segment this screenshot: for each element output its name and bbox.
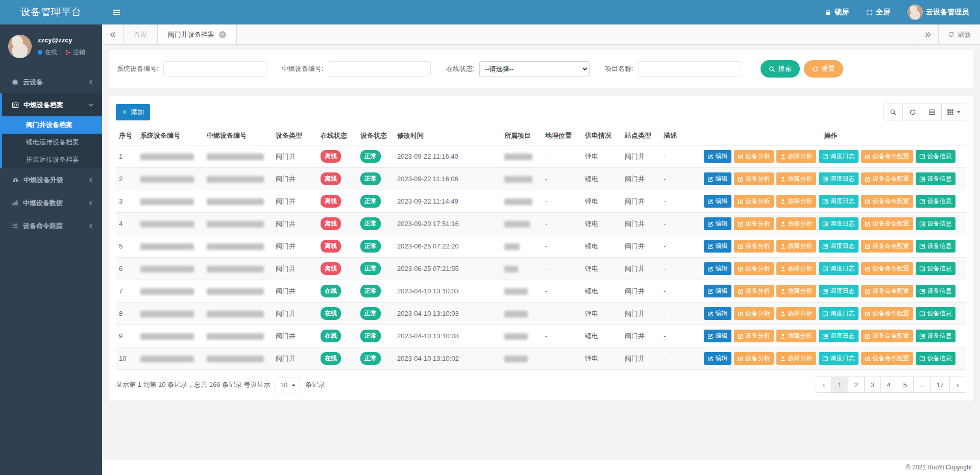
action-button-0[interactable]: 编辑 (704, 285, 731, 297)
prev-page-button[interactable]: ‹ (816, 377, 832, 393)
action-button-2[interactable]: 故障分析 (776, 150, 816, 163)
action-button-0[interactable]: 编辑 (704, 150, 731, 163)
sidebar-toggle-button[interactable] (112, 8, 120, 16)
action-button-1[interactable]: 设备分析 (734, 307, 774, 320)
page-button-2[interactable]: 2 (848, 377, 865, 393)
table-detail-view-button[interactable] (922, 104, 942, 120)
action-button-5[interactable]: 设备信息 (916, 240, 955, 253)
sidebar-item-zr-device-data[interactable]: 中燃设备数据 (0, 191, 102, 214)
action-button-3[interactable]: 调度日志 (819, 330, 859, 342)
action-button-3[interactable]: 调度日志 (819, 172, 859, 185)
action-button-3[interactable]: 调度日志 (819, 352, 859, 365)
action-button-0[interactable]: 编辑 (704, 262, 731, 275)
action-button-2[interactable]: 故障分析 (776, 307, 816, 320)
page-button-5[interactable]: 5 (897, 377, 914, 393)
tab-1[interactable]: 阀门井设备档案× (158, 24, 237, 44)
action-button-4[interactable]: 设备命令配置 (861, 307, 913, 320)
logout-link[interactable]: 注销 (65, 48, 85, 57)
online-status-select[interactable]: --请选择-- (479, 61, 590, 77)
action-button-0[interactable]: 编辑 (704, 195, 731, 208)
page-button-1[interactable]: 1 (832, 377, 848, 393)
search-button[interactable]: 搜索 (761, 60, 800, 78)
action-button-4[interactable]: 设备命令配置 (861, 330, 913, 342)
action-button-4[interactable]: 设备命令配置 (861, 150, 913, 163)
close-icon[interactable]: × (219, 31, 226, 38)
action-button-1[interactable]: 设备分析 (734, 217, 774, 230)
tab-0[interactable]: 首页 (124, 24, 158, 44)
page-button-17[interactable]: 17 (931, 377, 950, 393)
action-button-5[interactable]: 设备信息 (916, 150, 955, 163)
lock-screen-button[interactable]: 锁屏 (825, 8, 849, 17)
table-search-toggle-button[interactable] (884, 104, 903, 120)
action-button-2[interactable]: 故障分析 (776, 172, 816, 185)
project-name-input[interactable] (638, 61, 741, 77)
action-button-5[interactable]: 设备信息 (916, 330, 955, 342)
admin-user-menu[interactable]: 云设备管理员 (908, 5, 969, 20)
refresh-tab-button[interactable]: 刷新 (938, 24, 980, 44)
action-button-4[interactable]: 设备命令配置 (861, 262, 913, 275)
action-button-4[interactable]: 设备命令配置 (861, 172, 913, 185)
action-button-3[interactable]: 调度日志 (819, 240, 859, 253)
action-button-3[interactable]: 调度日志 (819, 195, 859, 208)
action-button-4[interactable]: 设备命令配置 (861, 195, 913, 208)
redacted-zr-device-no (207, 154, 264, 160)
action-button-4[interactable]: 设备命令配置 (861, 352, 913, 365)
action-button-1[interactable]: 设备分析 (734, 352, 774, 365)
fullscreen-button[interactable]: 全屏 (866, 8, 890, 17)
sidebar-subitem-zr-device-archive-0[interactable]: 阀门井设备档案 (2, 116, 102, 134)
next-page-button[interactable]: › (950, 377, 966, 393)
action-button-2[interactable]: 故障分析 (776, 285, 816, 297)
action-button-3[interactable]: 调度日志 (819, 307, 859, 320)
system-device-no-input[interactable] (163, 61, 266, 77)
table-columns-button[interactable] (942, 104, 966, 120)
action-button-3[interactable]: 调度日志 (819, 217, 859, 230)
action-button-4[interactable]: 设备命令配置 (861, 240, 913, 253)
action-button-0[interactable]: 编辑 (704, 307, 731, 320)
sidebar-item-zr-device-upgrade[interactable]: 中燃设备升级 (0, 168, 102, 191)
action-button-0[interactable]: 编辑 (704, 217, 731, 230)
action-button-3[interactable]: 调度日志 (819, 150, 859, 163)
action-button-5[interactable]: 设备信息 (916, 285, 955, 297)
action-button-5[interactable]: 设备信息 (916, 262, 955, 275)
action-button-1[interactable]: 设备分析 (734, 195, 774, 208)
tabs-scroll-right-button[interactable] (917, 24, 938, 44)
action-button-1[interactable]: 设备分析 (734, 172, 774, 185)
action-button-5[interactable]: 设备信息 (916, 172, 955, 185)
action-button-5[interactable]: 设备信息 (916, 217, 955, 230)
page-size-dropdown[interactable]: 10 (275, 378, 301, 392)
sidebar-item-device-command-track[interactable]: 设备命令跟踪 (0, 214, 102, 237)
sidebar-item-cloud-device[interactable]: 云设备 (0, 70, 102, 93)
action-button-2[interactable]: 故障分析 (776, 352, 816, 365)
action-button-0[interactable]: 编辑 (704, 172, 731, 185)
table-refresh-button[interactable] (903, 104, 922, 120)
action-button-2[interactable]: 故障分析 (776, 217, 816, 230)
action-button-4[interactable]: 设备命令配置 (861, 217, 913, 230)
page-button-3[interactable]: 3 (865, 377, 881, 393)
page-button-4[interactable]: 4 (881, 377, 897, 393)
action-button-5[interactable]: 设备信息 (916, 307, 955, 320)
action-button-5[interactable]: 设备信息 (916, 352, 955, 365)
action-button-2[interactable]: 故障分析 (776, 330, 816, 342)
sidebar-subitem-zr-device-archive-2[interactable]: 拼装远传设备档案 (2, 151, 102, 168)
zr-device-no-input[interactable] (328, 61, 431, 77)
action-button-1[interactable]: 设备分析 (734, 240, 774, 253)
action-button-0[interactable]: 编辑 (704, 352, 731, 365)
action-button-5[interactable]: 设备信息 (916, 195, 955, 208)
add-button[interactable]: 添加 (116, 104, 150, 120)
sidebar-item-zr-device-archive[interactable]: 中燃设备档案 (2, 93, 102, 116)
action-button-1[interactable]: 设备分析 (734, 262, 774, 275)
action-button-2[interactable]: 故障分析 (776, 240, 816, 253)
action-button-4[interactable]: 设备命令配置 (861, 285, 913, 297)
action-button-1[interactable]: 设备分析 (734, 285, 774, 297)
action-button-2[interactable]: 故障分析 (776, 195, 816, 208)
action-button-1[interactable]: 设备分析 (734, 330, 774, 342)
action-button-3[interactable]: 调度日志 (819, 285, 859, 297)
tabs-scroll-left-button[interactable] (102, 24, 124, 44)
action-button-0[interactable]: 编辑 (704, 240, 731, 253)
sidebar-subitem-zr-device-archive-1[interactable]: 锂电远传设备档案 (2, 134, 102, 151)
action-button-3[interactable]: 调度日志 (819, 262, 859, 275)
reset-button[interactable]: 重置 (804, 60, 843, 78)
action-button-1[interactable]: 设备分析 (734, 150, 774, 163)
action-button-0[interactable]: 编辑 (704, 330, 731, 342)
action-button-2[interactable]: 故障分析 (776, 262, 816, 275)
